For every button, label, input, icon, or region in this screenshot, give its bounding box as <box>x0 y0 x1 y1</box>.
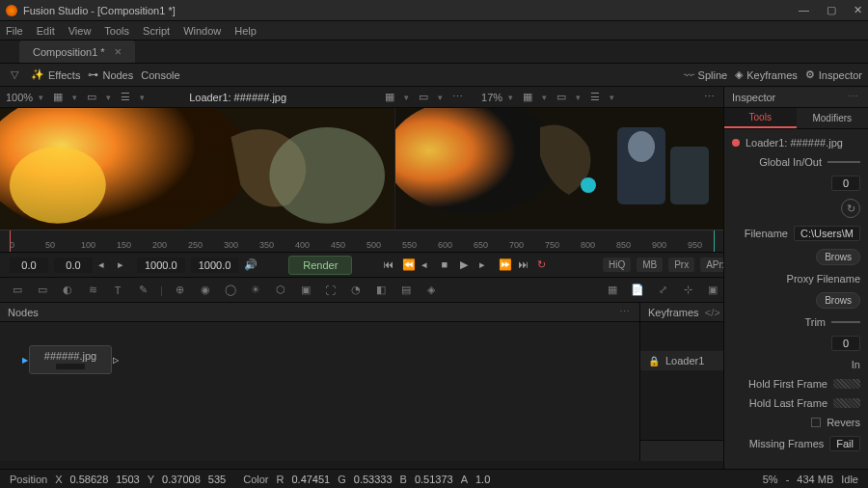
resize-tool-icon[interactable]: ⛶ <box>323 283 339 298</box>
chevron-down-icon[interactable]: ▾ <box>39 93 43 102</box>
panel-icon[interactable]: ▭ <box>415 89 432 106</box>
underlay-tool-icon[interactable]: ▦ <box>605 283 620 298</box>
tab-composition1[interactable]: Composition1 * × <box>19 41 135 63</box>
console-toggle[interactable]: Console <box>141 69 179 81</box>
panel-menu-icon[interactable]: ⋯ <box>619 306 632 318</box>
inspector-toggle[interactable]: ⚙Inspector <box>805 68 862 81</box>
lock-icon[interactable]: 🔒 <box>648 356 660 366</box>
node-loader1[interactable]: ▶ ######.jpg ▷ <box>29 345 112 374</box>
keyframes-toggle[interactable]: ◈Keyframes <box>735 68 798 81</box>
grid-icon[interactable]: ▦ <box>49 89 67 106</box>
tracker-tool-icon[interactable]: ⊕ <box>173 283 188 298</box>
list-icon[interactable]: ☰ <box>117 89 134 106</box>
effects-toggle[interactable]: ✨Effects <box>31 68 80 81</box>
out-point[interactable]: 1000.0 <box>137 258 185 273</box>
tab-close-icon[interactable]: × <box>115 44 122 59</box>
trim-value[interactable]: 0 <box>831 336 860 351</box>
prx-toggle[interactable]: Prx <box>668 258 694 272</box>
pipe-tool-icon[interactable]: ⤢ <box>655 283 670 298</box>
wireless-tool-icon[interactable]: ⊹ <box>680 283 695 298</box>
mask-tool-icon[interactable]: ◔ <box>348 283 364 298</box>
menu-script[interactable]: Script <box>143 25 170 37</box>
menu-help[interactable]: Help <box>234 25 257 37</box>
3d-tool-icon[interactable]: ◈ <box>423 283 439 298</box>
viewer2-zoom[interactable]: 17% <box>481 92 502 103</box>
more-icon[interactable]: ⋯ <box>448 89 466 106</box>
next-keyframe-icon[interactable]: ▸ <box>118 258 131 272</box>
matte-tool-icon[interactable]: ◧ <box>373 283 389 298</box>
dropdown-button[interactable]: ▽ <box>6 67 23 84</box>
nodes-toggle[interactable]: ⊶Nodes <box>88 68 133 81</box>
loop-icon[interactable]: ↻ <box>537 258 551 272</box>
panel-menu-icon[interactable]: ⋯ <box>848 91 860 103</box>
step-fwd-icon[interactable]: ▸ <box>479 258 493 272</box>
menu-edit[interactable]: Edit <box>37 25 55 37</box>
mb-toggle[interactable]: MB <box>637 258 663 272</box>
viewer1-zoom[interactable]: 100% <box>6 92 33 103</box>
holdlast-slider[interactable] <box>833 398 860 408</box>
app-logo-icon <box>6 5 17 16</box>
forward-icon[interactable]: ⏩ <box>499 258 512 272</box>
panel-icon[interactable]: ▭ <box>83 89 100 106</box>
maximize-button[interactable]: ▢ <box>827 4 836 16</box>
global-value[interactable]: 0 <box>831 176 860 191</box>
menu-file[interactable]: File <box>6 25 23 37</box>
menu-tools[interactable]: Tools <box>104 25 129 37</box>
go-start-icon[interactable]: ⏮ <box>383 258 396 272</box>
camera-tool-icon[interactable]: ▣ <box>705 283 720 298</box>
node-output-icon[interactable]: ▷ <box>113 356 119 365</box>
play-icon[interactable]: ▶ <box>460 258 474 272</box>
viewer-2[interactable] <box>395 108 723 230</box>
audio-icon[interactable]: 🔊 <box>244 258 258 272</box>
browse-button[interactable]: Brows <box>816 292 860 309</box>
missing-dropdown[interactable]: Fail <box>829 436 860 451</box>
step-back-icon[interactable]: ◂ <box>421 258 435 272</box>
channel-tool-icon[interactable]: ▤ <box>398 283 414 298</box>
blur-tool-icon[interactable]: ◯ <box>223 283 238 298</box>
holdfirst-slider[interactable] <box>833 379 860 389</box>
saver-tool-icon[interactable]: ▭ <box>35 283 50 298</box>
rewind-icon[interactable]: ⏪ <box>402 258 416 272</box>
range-marker[interactable] <box>714 230 715 252</box>
minimize-button[interactable]: — <box>799 4 809 16</box>
text-tool-icon[interactable]: T <box>110 283 125 298</box>
inspector-node-header[interactable]: Loader1: ######.jpg <box>732 137 860 149</box>
in-point[interactable]: 0.0 <box>10 258 48 273</box>
menu-view[interactable]: View <box>68 25 92 37</box>
panel-icon[interactable]: ▭ <box>553 89 570 106</box>
more-icon[interactable]: ⋯ <box>700 89 718 106</box>
node-input-icon[interactable]: ▶ <box>22 356 28 365</box>
tab-modifiers[interactable]: Modifiers <box>797 108 869 128</box>
grid-icon[interactable]: ▦ <box>519 89 536 106</box>
close-button[interactable]: ✕ <box>854 4 862 16</box>
brightness-tool-icon[interactable]: ☀ <box>248 283 263 298</box>
list-icon[interactable]: ☰ <box>586 89 604 106</box>
transform-tool-icon[interactable]: ▣ <box>298 283 313 298</box>
reverse-checkbox[interactable] <box>811 418 821 427</box>
go-end-icon[interactable]: ⏭ <box>518 258 531 272</box>
nodes-panel[interactable]: Nodes ⋯ ▶ ######.jpg ▷ <box>0 303 640 461</box>
code-icon[interactable]: </> <box>705 307 720 318</box>
hiq-toggle[interactable]: HiQ <box>603 258 631 272</box>
spline-toggle[interactable]: 〰Spline <box>684 69 728 81</box>
prev-keyframe-icon[interactable]: ◂ <box>98 258 112 272</box>
filename-field[interactable]: C:\Users\M <box>794 226 860 241</box>
menu-window[interactable]: Window <box>183 25 221 37</box>
reload-icon[interactable]: ↻ <box>841 199 860 218</box>
browse-button[interactable]: Brows <box>816 249 860 265</box>
duration[interactable]: 1000.0 <box>191 258 239 273</box>
stop-icon[interactable]: ■ <box>441 258 454 272</box>
fastnoise-tool-icon[interactable]: ≋ <box>85 283 100 298</box>
tab-tools[interactable]: Tools <box>724 108 797 128</box>
current-frame[interactable]: 0.0 <box>54 258 93 273</box>
merge-tool-icon[interactable]: ⬡ <box>273 283 288 298</box>
render-button[interactable]: Render <box>288 256 352 275</box>
paint-tool-icon[interactable]: ✎ <box>135 283 150 298</box>
grid-icon[interactable]: ▦ <box>381 89 398 106</box>
loader-tool-icon[interactable]: ▭ <box>10 283 25 298</box>
sticky-tool-icon[interactable]: 📄 <box>630 283 645 298</box>
ruler-tick: 750 <box>545 240 559 250</box>
colorcorrector-tool-icon[interactable]: ◉ <box>198 283 213 298</box>
viewer-1[interactable] <box>0 108 395 230</box>
background-tool-icon[interactable]: ◐ <box>60 283 75 298</box>
